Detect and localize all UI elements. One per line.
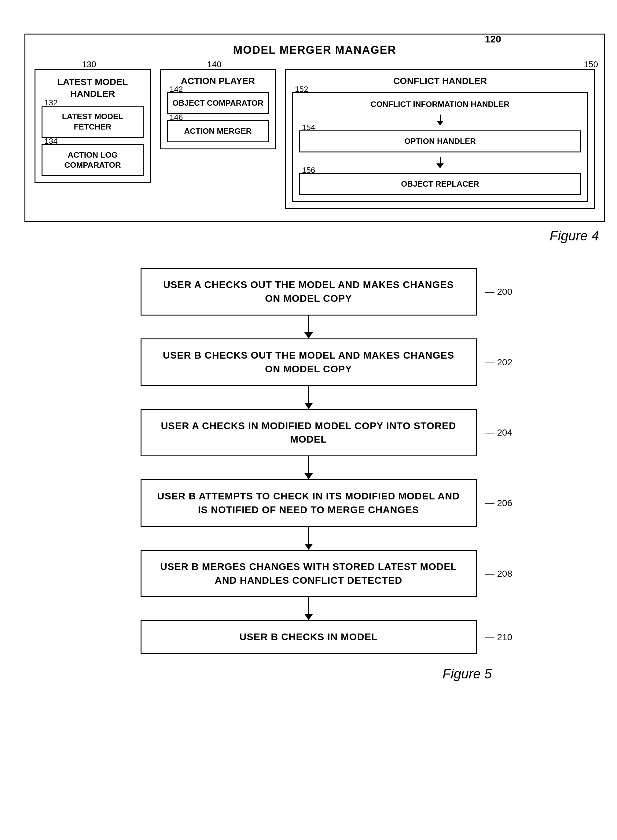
object-comparator-label: OBJECT COMPARATOR — [171, 98, 264, 108]
vert-connector-1 — [299, 115, 581, 125]
latest-model-fetcher-box: 132 LATEST MODEL FETCHER — [41, 106, 144, 138]
flow-step-204-text: USER A CHECKS IN MODIFIED MODEL COPY INT… — [157, 419, 461, 447]
model-merger-manager-box: MODEL MERGER MANAGER 130 LATEST MODEL HA… — [24, 34, 605, 222]
col-conflict-handler: 150 CONFLICT HANDLER 152 CONFLICT INFORM… — [285, 69, 595, 209]
conflict-handler-box: CONFLICT HANDLER 152 CONFLICT INFORMATIO… — [285, 69, 595, 209]
figure5: USER A CHECKS OUT THE MODEL AND MAKES CH… — [95, 268, 523, 681]
conflict-info-handler-title: CONFLICT INFORMATION HANDLER — [299, 99, 581, 110]
mmm-title: MODEL MERGER MANAGER — [34, 44, 595, 56]
action-log-comparator-box: 134 ACTION LOG COMPARATOR — [41, 144, 144, 177]
flow-step-206-text: USER B ATTEMPTS TO CHECK IN ITS MODIFIED… — [157, 489, 461, 517]
ref-154: 154 — [302, 123, 315, 132]
vert-connector-2 — [299, 157, 581, 168]
flow-step-204: USER A CHECKS IN MODIFIED MODEL COPY INT… — [140, 409, 477, 457]
col-action-player: 140 ACTION PLAYER 142 OBJECT COMPARATOR … — [160, 69, 276, 149]
object-comparator-box: 142 OBJECT COMPARATOR — [167, 92, 269, 114]
flow-step-202: USER B CHECKS OUT THE MODEL AND MAKES CH… — [140, 339, 477, 386]
ref-132: 132 — [44, 98, 58, 108]
object-replacer-label: OBJECT REPLACER — [304, 179, 576, 189]
option-handler-box: 154 OPTION HANDLER — [299, 130, 581, 152]
flow-step-208: USER B MERGES CHANGES WITH STORED LATEST… — [140, 550, 477, 597]
action-log-comparator-label: ACTION LOG COMPARATOR — [46, 150, 139, 171]
figure5-caption: Figure 5 — [95, 666, 523, 681]
action-player-box: ACTION PLAYER 142 OBJECT COMPARATOR 146 … — [160, 69, 276, 149]
flow-step-200-text: USER A CHECKS OUT THE MODEL AND MAKES CH… — [157, 278, 461, 305]
ref-156: 156 — [302, 165, 315, 175]
flow-step-208-text: USER B MERGES CHANGES WITH STORED LATEST… — [157, 560, 461, 587]
ref-152: 152 — [295, 85, 308, 94]
arrow-1 — [304, 315, 313, 339]
flow-ref-200: — 200 — [485, 286, 512, 297]
latest-model-fetcher-label: LATEST MODEL FETCHER — [46, 112, 139, 132]
flow-ref-208: — 208 — [485, 569, 512, 579]
col-latest-model-handler: 130 LATEST MODEL HANDLER 132 LATEST MODE… — [34, 69, 151, 183]
option-handler-label: OPTION HANDLER — [304, 136, 576, 147]
conflict-inner-box: 152 CONFLICT INFORMATION HANDLER 154 OPT… — [292, 92, 588, 202]
flow-ref-204: — 204 — [485, 427, 512, 438]
arrow-3 — [304, 456, 313, 479]
flow-step-210-text: USER B CHECKS IN MODEL — [157, 630, 461, 644]
lmh-title: LATEST MODEL HANDLER — [41, 76, 144, 100]
flow-ref-210: — 210 — [485, 632, 512, 643]
latest-model-handler-box: LATEST MODEL HANDLER 132 LATEST MODEL FE… — [34, 69, 151, 183]
ref-142: 142 — [170, 85, 183, 94]
ref-150: 150 — [584, 60, 598, 69]
flow-step-206: USER B ATTEMPTS TO CHECK IN ITS MODIFIED… — [140, 479, 477, 527]
arrow-5 — [304, 597, 313, 620]
action-merger-label: ACTION MERGER — [171, 126, 264, 137]
ref-140: 140 — [207, 60, 221, 69]
figure4-caption: Figure 4 — [24, 228, 605, 243]
arrow-2 — [304, 386, 313, 409]
action-merger-box: 146 ACTION MERGER — [167, 120, 269, 142]
flow-step-210: USER B CHECKS IN MODEL — 210 — [140, 620, 477, 654]
ref-130: 130 — [82, 60, 96, 69]
flowchart: USER A CHECKS OUT THE MODEL AND MAKES CH… — [95, 268, 523, 654]
flow-step-202-text: USER B CHECKS OUT THE MODEL AND MAKES CH… — [157, 349, 461, 376]
ref-146: 146 — [170, 113, 183, 122]
object-replacer-box: 156 OBJECT REPLACER — [299, 173, 581, 195]
flow-ref-202: — 202 — [485, 357, 512, 367]
ref-134: 134 — [44, 137, 58, 146]
arrow-4 — [304, 527, 313, 550]
flow-ref-206: — 206 — [485, 498, 512, 508]
flow-step-200: USER A CHECKS OUT THE MODEL AND MAKES CH… — [140, 268, 477, 315]
conflict-handler-title: CONFLICT HANDLER — [292, 76, 588, 86]
figure4: 120 MODEL MERGER MANAGER 130 LATEST MODE… — [24, 34, 605, 243]
